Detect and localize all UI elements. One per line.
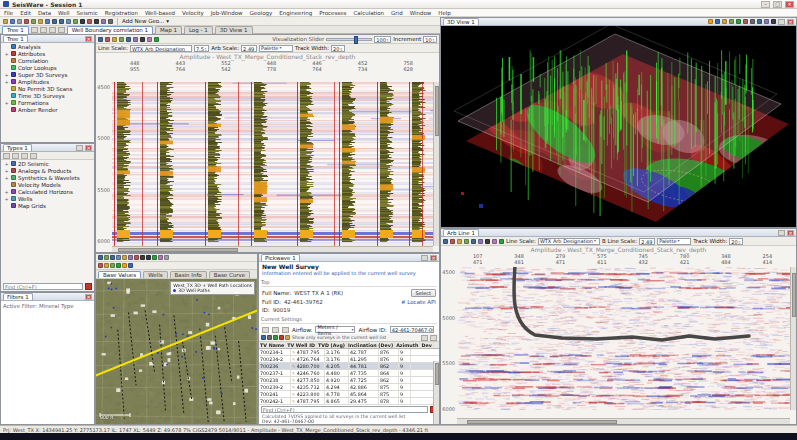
bubble-icon[interactable]: [128, 263, 133, 268]
table-row[interactable]: 700237-1 4246.760 4.480 47.735 864 9: [259, 370, 439, 377]
light-icon[interactable]: [722, 19, 727, 24]
flag-icon[interactable]: [122, 263, 127, 268]
tree-item[interactable]: + Attributes: [1, 50, 94, 57]
settings-icon[interactable]: [108, 19, 113, 24]
track-width-spinner[interactable]: 20: [331, 45, 345, 52]
scroll-thumb[interactable]: [792, 273, 796, 317]
palette-icon[interactable]: [492, 239, 497, 244]
polygon-icon[interactable]: [110, 263, 115, 268]
tree-item[interactable]: No Permit 3D Scans: [1, 85, 94, 92]
xsec-vertical-scrollbar[interactable]: [433, 82, 439, 246]
map-tab[interactable]: Base Values: [98, 271, 141, 278]
add-row-icon[interactable]: [273, 335, 278, 340]
redo-icon[interactable]: [52, 19, 57, 24]
select-line-icon[interactable]: [98, 263, 103, 268]
clear-filter-icon[interactable]: [85, 283, 92, 290]
locate-api-link[interactable]: # Locate API: [401, 299, 436, 305]
arb-line-name-dropdown[interactable]: WTX Arb Designation: [538, 238, 600, 245]
pointer-icon[interactable]: [98, 37, 103, 42]
delete-row-icon[interactable]: [279, 335, 284, 340]
print-icon[interactable]: [17, 19, 22, 24]
map-tab[interactable]: Base Curve: [209, 271, 250, 278]
table-row[interactable]: 700239-2 4235.732 4.294 42.886 875 9: [259, 384, 439, 391]
layers-icon[interactable]: [128, 255, 133, 260]
maximize-button[interactable]: □: [773, 1, 782, 8]
open-icon[interactable]: [3, 19, 8, 24]
hand-icon[interactable]: [119, 37, 124, 42]
scroll-thumb[interactable]: [435, 363, 439, 385]
pointer-icon[interactable]: [98, 255, 103, 260]
menu-item[interactable]: Registration: [105, 10, 138, 16]
add-type-icon[interactable]: [21, 153, 28, 159]
tree1-close-icon[interactable]: ✕: [85, 36, 92, 42]
survey-maximize-icon[interactable]: [421, 255, 428, 261]
collapse-all-icon[interactable]: [12, 153, 19, 159]
tree-pane-tab[interactable]: Tree 1: [2, 26, 29, 34]
pan-icon[interactable]: [104, 255, 109, 260]
grid-icon[interactable]: [140, 255, 145, 260]
units-icon[interactable]: [282, 327, 289, 333]
snap-icon[interactable]: [140, 37, 145, 42]
arb-vertical-scrollbar[interactable]: [790, 267, 796, 410]
layout-float-icon[interactable]: [58, 27, 65, 33]
add-new-geo-button[interactable]: Add New Geo...: [122, 18, 164, 24]
view3d-maximize-icon[interactable]: [778, 19, 785, 25]
airflow-id-input[interactable]: 42-461-70467-00: [390, 326, 434, 333]
menu-item[interactable]: Seismic: [77, 10, 98, 16]
column-header[interactable]: TVD (Avg): [317, 342, 347, 348]
expand-icon[interactable]: +: [4, 100, 9, 106]
satellite-map-image[interactable]: [96, 279, 257, 424]
visualization-slider[interactable]: [326, 38, 372, 41]
menu-item[interactable]: Calculation: [353, 10, 384, 16]
minimize-button[interactable]: –: [761, 1, 770, 8]
zoom-icon[interactable]: [471, 239, 476, 244]
rotate-icon[interactable]: [708, 19, 713, 24]
arb-maximize-icon[interactable]: [778, 230, 785, 236]
document-tab[interactable]: Well Boundary correlation 1: [67, 26, 153, 34]
expand-icon[interactable]: +: [4, 161, 9, 167]
filter-icon[interactable]: [261, 335, 266, 340]
table-row[interactable]: 700241 4223.800 4.778 45.864 875 9: [259, 391, 439, 398]
table-row[interactable]: 700234-2 4726.764 3.176 41.295 876 9: [259, 356, 439, 363]
cut-icon[interactable]: [24, 19, 29, 24]
pan-icon[interactable]: [73, 19, 78, 24]
expand-icon[interactable]: +: [4, 175, 9, 181]
tree-item[interactable]: + Synthetics & Wavelets: [1, 174, 94, 181]
tree1-tab[interactable]: Tree 1: [3, 35, 28, 42]
increment-spinner[interactable]: 10: [423, 36, 437, 43]
layout-single-icon[interactable]: [31, 27, 38, 33]
xsec-horizontal-scrollbar[interactable]: [112, 246, 433, 252]
menu-item[interactable]: Window: [410, 10, 432, 16]
contour-icon[interactable]: [158, 255, 163, 260]
expand-icon[interactable]: +: [4, 189, 9, 195]
expand-all-icon[interactable]: [3, 153, 10, 159]
survey-close-icon[interactable]: ✕: [430, 255, 437, 261]
zoom-in-icon[interactable]: [110, 255, 115, 260]
menu-item[interactable]: Processes: [319, 10, 346, 16]
tree-item[interactable]: + Analogs & Products: [1, 167, 94, 174]
expand-icon[interactable]: +: [4, 196, 9, 202]
document-tab[interactable]: 3D View 1: [215, 26, 253, 34]
tree-item[interactable]: Time 3D Surveys: [1, 92, 94, 99]
expand-icon[interactable]: +: [4, 51, 9, 57]
reset-view-icon[interactable]: [757, 19, 762, 24]
eraser-icon[interactable]: [112, 37, 117, 42]
line-spinner[interactable]: 7.5: [194, 45, 209, 52]
table-row[interactable]: 700242-1 4787.795 4.865 29.475 878 9: [259, 398, 439, 405]
table-row[interactable]: 700238 4277.850 4.920 47.725 862 9: [259, 377, 439, 384]
list-view-icon[interactable]: [272, 327, 279, 333]
export-icon[interactable]: [285, 335, 290, 340]
expand-icon[interactable]: +: [4, 72, 9, 78]
tree2-close-icon[interactable]: ✕: [85, 145, 92, 151]
tree-item[interactable]: + Super 3D Surveys: [1, 71, 94, 78]
column-header[interactable]: Azimuth: [395, 342, 420, 348]
menu-item[interactable]: Job-Window: [211, 10, 243, 16]
tree-item[interactable]: Amber Render: [1, 106, 94, 113]
expand-icon[interactable]: +: [4, 168, 9, 174]
flatten-icon[interactable]: [133, 37, 138, 42]
tree-item[interactable]: + Amplitudes: [1, 78, 94, 85]
print-icon[interactable]: [164, 255, 169, 260]
tree-item[interactable]: Map Grids: [1, 202, 94, 209]
seismic-icon[interactable]: [94, 19, 99, 24]
snapshot-icon[interactable]: [771, 19, 776, 24]
